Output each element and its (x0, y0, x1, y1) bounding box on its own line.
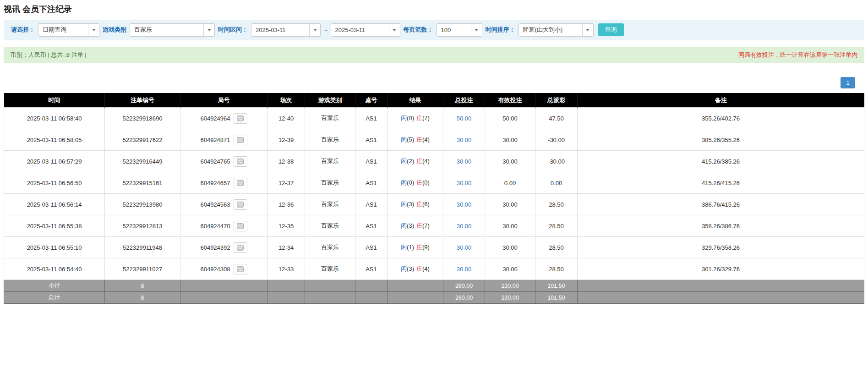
replay-button[interactable] (234, 264, 247, 274)
result-banker-score: (4) (422, 265, 430, 272)
table-row: 2025-03-11 06:58:40 522329918690 6049249… (4, 108, 864, 129)
total-bet-link[interactable]: 30.00 (457, 266, 472, 273)
total-bet-link[interactable]: 30.00 (457, 201, 472, 208)
dice-icon (237, 180, 244, 186)
replay-button[interactable] (234, 199, 247, 210)
cell-note: 386.76/415.26 (578, 194, 864, 215)
column-header: 总派彩 (535, 93, 578, 108)
cell-valid-bet: 0.00 (485, 172, 535, 194)
result-banker-label: 庄 (416, 179, 422, 186)
cell-valid-bet: 30.00 (485, 215, 535, 237)
sort-select[interactable]: 降冪(由大到小) (519, 23, 594, 37)
cell-session: 12-33 (267, 258, 305, 280)
cell-payout: 28.50 (535, 215, 578, 237)
replay-button[interactable] (234, 113, 247, 124)
total-bet-link[interactable]: 30.00 (457, 223, 472, 230)
dice-icon (237, 115, 244, 121)
cell-round-number: 604924964 (180, 108, 267, 129)
cell-bet-number: 522329916449 (105, 151, 180, 172)
cell-result: 闲(3)庄(7) (388, 215, 443, 237)
total-bet-link[interactable]: 30.00 (457, 180, 472, 186)
cell-time: 2025-03-11 06:58:40 (4, 108, 105, 129)
cell-game-type: 百家乐 (305, 194, 355, 215)
query-type-select[interactable]: 日期查询 (38, 23, 99, 37)
table-row: 2025-03-11 06:55:38 522329912813 6049244… (4, 215, 864, 237)
chevron-down-icon[interactable] (309, 24, 320, 36)
chevron-down-icon[interactable] (582, 24, 593, 36)
total-bet-link[interactable]: 50.00 (457, 115, 472, 122)
replay-button[interactable] (234, 156, 247, 167)
page-title: 视讯 会员下注纪录 (4, 4, 864, 15)
chevron-down-icon[interactable] (389, 24, 400, 36)
dice-icon (237, 266, 244, 272)
cell-note: 358.26/386.76 (578, 215, 864, 237)
result-player-label: 闲 (401, 136, 407, 143)
cell-result: 闲(5)庄(4) (388, 129, 443, 151)
cell-time: 2025-03-11 06:55:38 (4, 215, 105, 237)
replay-button[interactable] (234, 221, 247, 231)
cell-payout: 47.50 (535, 108, 578, 129)
date-from-value: 2025-03-11 (251, 24, 309, 36)
cell-time: 2025-03-11 06:58:05 (4, 129, 105, 151)
column-header: 结果 (388, 93, 443, 108)
replay-button[interactable] (234, 135, 247, 145)
date-to-select[interactable]: 2025-03-11 (331, 23, 400, 37)
result-banker-score: (7) (422, 115, 430, 121)
replay-button[interactable] (234, 178, 247, 188)
round-number: 604924563 (200, 201, 230, 208)
chevron-down-icon[interactable] (203, 24, 214, 36)
total-bet-link[interactable]: 30.00 (457, 244, 472, 251)
cell-table-number: AS1 (355, 194, 388, 215)
cell-summary-payout: 101.50 (535, 292, 578, 304)
dice-icon (237, 137, 244, 143)
summary-bar: 币别：人民币 | 总共 :8 注单 | 同局有效投注，统一计算在该局第一张注单内 (4, 47, 864, 63)
page-size-select[interactable]: 100 (437, 23, 482, 37)
cell-empty (578, 292, 864, 304)
cell-round-number: 604924657 (180, 172, 267, 194)
cell-session: 12-38 (267, 151, 305, 172)
result-banker-score: (6) (422, 201, 430, 208)
round-number: 604924765 (200, 158, 230, 165)
total-bet-link[interactable]: 30.00 (457, 137, 472, 143)
cell-summary-count: 8 (105, 280, 180, 292)
table-row: 2025-03-11 06:56:50 522329915161 6049246… (4, 172, 864, 194)
cell-table-number: AS1 (355, 215, 388, 237)
cell-note: 415.26/385.26 (578, 151, 864, 172)
cell-summary-total-bet: 260.00 (443, 292, 485, 304)
cell-result: 闲(1)庄(9) (388, 237, 443, 258)
range-separator: ~ (324, 27, 328, 33)
date-to-value: 2025-03-11 (331, 24, 389, 36)
result-player-score: (3) (407, 222, 414, 229)
sort-value: 降冪(由大到小) (519, 24, 582, 36)
cell-empty (180, 292, 267, 304)
cell-summary-valid-bet: 230.00 (485, 292, 535, 304)
cell-payout: 0.00 (535, 172, 578, 194)
result-banker-score: (9) (422, 244, 430, 251)
cell-empty (578, 280, 864, 292)
cell-total-bet: 30.00 (443, 129, 485, 151)
total-bet-link[interactable]: 30.00 (457, 158, 472, 165)
cell-session: 12-37 (267, 172, 305, 194)
result-player-label: 闲 (401, 115, 407, 121)
page-1-button[interactable]: 1 (841, 77, 855, 88)
replay-button[interactable] (234, 242, 247, 253)
cell-empty (305, 292, 355, 304)
result-banker-label: 庄 (416, 136, 422, 143)
result-banker-label: 庄 (416, 115, 422, 121)
cell-payout: 28.50 (535, 258, 578, 280)
cell-valid-bet: 30.00 (485, 151, 535, 172)
date-from-select[interactable]: 2025-03-11 (251, 23, 321, 37)
result-player-score: (0) (407, 179, 414, 186)
game-type-select[interactable]: 百家乐 (130, 23, 215, 37)
valid-bet-note: 同局有效投注，统一计算在该局第一张注单内 (738, 51, 857, 59)
cell-table-number: AS1 (355, 108, 388, 129)
result-banker-label: 庄 (416, 244, 422, 251)
cell-summary-valid-bet: 230.00 (485, 280, 535, 292)
chevron-down-icon[interactable] (471, 24, 482, 36)
result-player-label: 闲 (401, 158, 407, 164)
result-player-label: 闲 (401, 244, 407, 251)
chevron-down-icon[interactable] (88, 24, 99, 36)
game-type-label: 游戏类别 (103, 26, 126, 34)
search-button[interactable]: 查询 (598, 23, 624, 36)
cell-empty (388, 280, 443, 292)
